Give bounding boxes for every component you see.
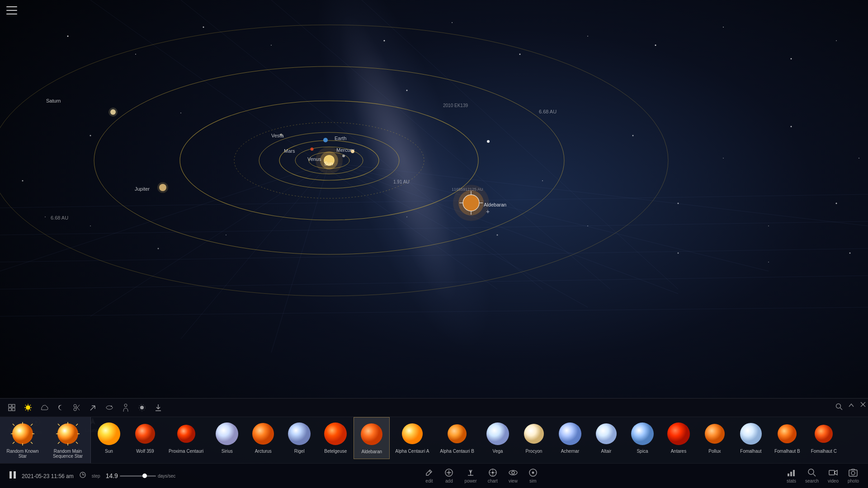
star-spica[interactable]: Spica bbox=[624, 417, 660, 459]
svg-line-153 bbox=[429, 471, 431, 473]
star-search-icon[interactable] bbox=[835, 403, 843, 412]
search-button[interactable]: search bbox=[805, 468, 819, 483]
tool-sun2[interactable] bbox=[136, 401, 148, 414]
tool-sun-star[interactable] bbox=[22, 401, 34, 414]
svg-point-105 bbox=[140, 406, 144, 409]
svg-point-162 bbox=[492, 472, 494, 474]
au-label-right: 6.68 AU bbox=[539, 109, 557, 114]
add-button[interactable]: add bbox=[444, 468, 453, 483]
star-fomalhaut[interactable]: Fomalhaut bbox=[733, 417, 769, 459]
panel-chevron-up[interactable] bbox=[848, 401, 854, 409]
star-fomalhaut-c[interactable]: Fomalhaut C bbox=[806, 417, 842, 459]
svg-point-133 bbox=[216, 422, 238, 445]
svg-point-140 bbox=[486, 422, 509, 445]
tool-arrow[interactable] bbox=[87, 401, 99, 414]
tool-scissors[interactable] bbox=[71, 401, 83, 414]
step-icon bbox=[79, 471, 86, 480]
svg-line-120 bbox=[13, 442, 14, 444]
featured-random-main[interactable]: Random MainSequence Star bbox=[45, 417, 90, 463]
star-altair[interactable]: Altair bbox=[588, 417, 624, 459]
tool-orbit[interactable] bbox=[103, 401, 116, 414]
tool-download[interactable] bbox=[152, 401, 165, 414]
video-button[interactable]: video bbox=[828, 468, 839, 483]
svg-point-164 bbox=[512, 471, 514, 474]
step-slider[interactable] bbox=[120, 475, 156, 477]
svg-point-166 bbox=[532, 472, 534, 474]
star-pollux[interactable]: Pollux bbox=[697, 417, 733, 459]
main-controls: edit add power bbox=[425, 468, 538, 483]
star-vega[interactable]: Vega bbox=[480, 417, 516, 459]
tool-moon[interactable] bbox=[54, 401, 67, 414]
aldebaran-cursor: + bbox=[486, 208, 490, 215]
svg-point-132 bbox=[177, 425, 195, 443]
tool-cloud[interactable] bbox=[38, 401, 51, 414]
svg-marker-173 bbox=[835, 470, 837, 475]
star-aldebaran[interactable]: Aldebaran bbox=[354, 417, 390, 459]
aldebaran-label: Aldebaran bbox=[484, 202, 506, 207]
sim-button[interactable]: sim bbox=[528, 468, 538, 483]
pause-button[interactable] bbox=[9, 471, 16, 481]
svg-point-146 bbox=[705, 424, 725, 444]
photo-button[interactable]: photo bbox=[848, 468, 859, 483]
edit-button[interactable]: edit bbox=[425, 468, 434, 483]
star-sun[interactable]: Sun bbox=[91, 417, 127, 459]
star-rigel[interactable]: Rigel bbox=[281, 417, 317, 459]
tool-person[interactable] bbox=[119, 401, 132, 414]
svg-point-135 bbox=[288, 422, 311, 445]
svg-rect-86 bbox=[9, 404, 11, 407]
star-sirius[interactable]: Sirius bbox=[209, 417, 245, 459]
step-value-display: 14.9 days/sec bbox=[106, 472, 176, 479]
svg-point-100 bbox=[74, 408, 76, 411]
star-achernar[interactable]: Achernar bbox=[552, 417, 588, 459]
utility-controls: stats search video photo bbox=[787, 468, 859, 483]
svg-rect-169 bbox=[793, 470, 795, 476]
tool-grid[interactable] bbox=[5, 401, 18, 414]
chart-button[interactable]: chart bbox=[488, 468, 498, 483]
svg-rect-167 bbox=[788, 474, 789, 476]
svg-line-171 bbox=[813, 474, 816, 476]
svg-rect-168 bbox=[790, 472, 792, 476]
svg-rect-172 bbox=[829, 470, 835, 475]
svg-line-97 bbox=[30, 405, 31, 406]
star-wolf359[interactable]: Wolf 359 bbox=[127, 417, 163, 459]
star-fomalhaut-b[interactable]: Fomalhaut B bbox=[769, 417, 806, 459]
svg-point-136 bbox=[324, 422, 347, 445]
star-antares[interactable]: Antares bbox=[660, 417, 697, 459]
star-grid: Random KnownStar bbox=[0, 417, 868, 463]
view-button[interactable]: view bbox=[509, 468, 518, 483]
star-alpha-cen-a[interactable]: Alpha Centauri A bbox=[390, 417, 434, 459]
star-arcturus[interactable]: Arcturus bbox=[245, 417, 281, 459]
svg-point-138 bbox=[402, 423, 423, 444]
featured-stars-section: Random KnownStar bbox=[0, 417, 91, 463]
star-procyon[interactable]: Procyon bbox=[516, 417, 552, 459]
star-proxima[interactable]: Proxima Centauri bbox=[163, 417, 209, 459]
svg-point-137 bbox=[361, 423, 382, 445]
svg-point-141 bbox=[524, 424, 544, 444]
svg-line-109 bbox=[840, 408, 843, 410]
star-list: Sun Wolf 359 Proxima Centauri Sirius Arc… bbox=[91, 417, 868, 459]
star-panel: Random KnownStar bbox=[0, 398, 868, 463]
svg-rect-174 bbox=[849, 470, 857, 476]
star-betelgeuse[interactable]: Betelgeuse bbox=[317, 417, 354, 459]
svg-point-90 bbox=[26, 405, 30, 410]
svg-line-98 bbox=[25, 410, 26, 411]
svg-point-139 bbox=[448, 424, 467, 443]
featured-random-known[interactable]: Random KnownStar bbox=[0, 417, 45, 463]
hamburger-menu[interactable] bbox=[6, 6, 17, 14]
svg-line-127 bbox=[76, 442, 78, 444]
svg-point-143 bbox=[596, 423, 617, 444]
au-label-left: 6.68 AU bbox=[51, 215, 68, 221]
svg-rect-88 bbox=[9, 408, 11, 411]
svg-line-118 bbox=[31, 442, 33, 444]
star-alpha-cen-b[interactable]: Alpha Centauri B bbox=[434, 417, 480, 459]
svg-point-112 bbox=[12, 423, 33, 444]
step-label: step bbox=[92, 474, 100, 479]
datetime-display: 2021-05-23 11:56 am bbox=[22, 472, 74, 480]
stats-button[interactable]: stats bbox=[787, 468, 796, 483]
svg-rect-87 bbox=[12, 404, 15, 407]
svg-point-134 bbox=[252, 423, 274, 445]
svg-rect-150 bbox=[9, 471, 12, 479]
power-button[interactable]: power bbox=[464, 468, 476, 483]
svg-line-126 bbox=[58, 424, 60, 426]
panel-close-btn[interactable] bbox=[860, 401, 866, 409]
